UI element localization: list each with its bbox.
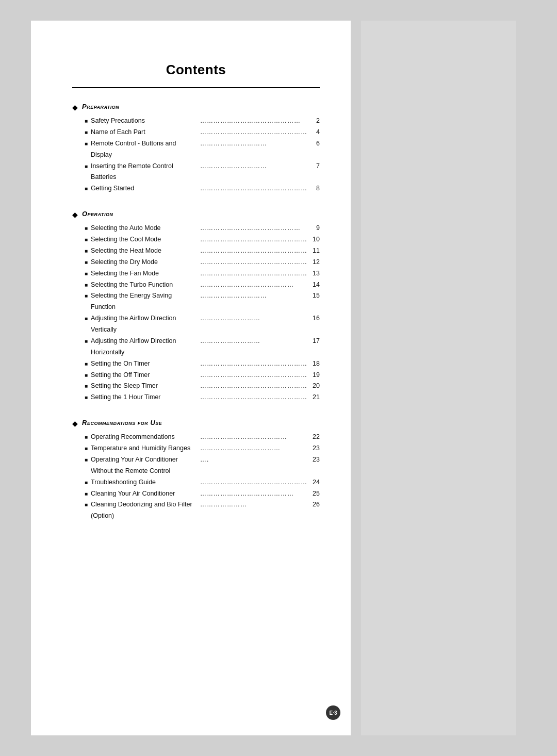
toc-item-text: Selecting the Dry Mode	[91, 257, 198, 268]
toc-item-text: Selecting the Fan Mode	[91, 268, 198, 280]
bullet-icon: ■	[85, 291, 88, 301]
toc-page-number: 26	[309, 499, 320, 511]
toc-dots: ………………………………………………	[200, 358, 307, 369]
toc-container: ◆Preparation■Safety Precautions…………………………	[72, 103, 320, 522]
toc-item-text: Setting the On Timer	[91, 358, 198, 370]
toc-dots: ………………………	[200, 313, 307, 324]
toc-list-preparation: ■Safety Precautions………………………………………2■Name…	[72, 116, 320, 194]
toc-dots: ………………………………	[200, 443, 307, 454]
toc-item: ■Operating Your Air Conditioner Without …	[85, 454, 320, 477]
diamond-icon: ◆	[72, 210, 78, 219]
page-wrapper: Contents ◆Preparation■Safety Precautions…	[0, 0, 557, 756]
section-header-recommendations: ◆Recommendations for Use	[72, 419, 320, 428]
toc-dots: ……………………………………………	[200, 257, 307, 268]
bullet-icon: ■	[85, 500, 88, 510]
bullet-icon: ■	[85, 128, 88, 137]
toc-item: ■Setting the 1 Hour Timer…………………………………………	[85, 392, 320, 403]
toc-page-number: 9	[309, 223, 320, 234]
bullet-icon: ■	[85, 337, 88, 346]
toc-page-number: 25	[309, 488, 320, 500]
toc-dots: ………………………	[200, 336, 307, 347]
toc-page-number: 4	[309, 127, 320, 138]
toc-item: ■Selecting the Heat Mode……………………………………………	[85, 245, 320, 257]
toc-item: ■Selecting the Turbo Function………………………………	[85, 280, 320, 291]
section-header-preparation: ◆Preparation	[72, 103, 320, 111]
toc-item: ■Inserting the Remote Control Batteries……	[85, 161, 320, 184]
toc-page-number: 22	[309, 432, 320, 443]
section-operation: ◆Operation■Selecting the Auto Mode…………………	[72, 210, 320, 403]
bullet-icon: ■	[85, 269, 88, 278]
toc-dots: …………………………………………	[200, 234, 307, 245]
toc-item-text: Inserting the Remote Control Batteries	[91, 161, 198, 184]
toc-item-text: Temperature and Humidity Ranges	[91, 443, 198, 454]
toc-item-text: Selecting the Heat Mode	[91, 245, 198, 257]
toc-item-text: Operating Your Air Conditioner Without t…	[91, 454, 198, 477]
toc-item-text: Name of Each Part	[91, 127, 198, 138]
toc-dots: ……………………………………………	[200, 268, 307, 279]
toc-dots: …………………………………………	[200, 127, 307, 138]
toc-page-number: 2	[309, 116, 320, 127]
toc-page-number: 6	[309, 138, 320, 150]
bullet-icon: ■	[85, 393, 88, 402]
bullet-icon: ■	[85, 314, 88, 323]
toc-item: ■Selecting the Fan Mode………………………………………………	[85, 268, 320, 280]
bullet-icon: ■	[85, 235, 88, 244]
section-title-preparation: Preparation	[82, 103, 119, 110]
section-recommendations: ◆Recommendations for Use■Operating Recom…	[72, 419, 320, 522]
toc-dots: ………………………………………	[200, 223, 307, 234]
section-header-operation: ◆Operation	[72, 210, 320, 219]
toc-dots: …………………………	[200, 161, 307, 172]
toc-item: ■Selecting the Auto Mode………………………………………9	[85, 223, 320, 234]
section-title-recommendations: Recommendations for Use	[82, 419, 162, 426]
toc-dots: …………………	[200, 499, 307, 510]
toc-page-number: 21	[309, 392, 320, 403]
toc-dots: ……………………………………	[200, 488, 307, 499]
toc-page-number: 16	[309, 313, 320, 324]
toc-page-number: 24	[309, 477, 320, 488]
toc-page-number: 18	[309, 358, 320, 370]
right-panel	[361, 21, 516, 735]
toc-item: ■Selecting the Dry Mode………………………………………………	[85, 257, 320, 268]
diamond-icon: ◆	[72, 103, 78, 111]
bullet-icon: ■	[85, 433, 88, 442]
toc-page-number: 7	[309, 161, 320, 172]
toc-page-number: 19	[309, 370, 320, 381]
toc-page-number: 17	[309, 336, 320, 347]
toc-item: ■Name of Each Part…………………………………………4	[85, 127, 320, 138]
toc-item-text: Selecting the Auto Mode	[91, 223, 198, 234]
toc-dots: ……………………………………………	[200, 477, 307, 488]
toc-page-number: 23	[309, 443, 320, 454]
toc-list-recommendations: ■Operating Recommendations…………………………………2…	[72, 432, 320, 522]
bullet-icon: ■	[85, 478, 88, 487]
toc-item: ■Operating Recommendations…………………………………2…	[85, 432, 320, 443]
toc-page-number: 20	[309, 381, 320, 392]
toc-item-text: Selecting the Energy Saving Function	[91, 290, 198, 313]
toc-page-number: 15	[309, 290, 320, 302]
toc-item-text: Safety Precautions	[91, 116, 198, 127]
bullet-icon: ■	[85, 371, 88, 380]
toc-item-text: Troubleshooting Guide	[91, 477, 198, 488]
toc-dots: ………………………………………………	[200, 381, 307, 391]
title-rule	[72, 87, 320, 88]
toc-item-text: Cleaning Your Air Conditioner	[91, 488, 198, 500]
toc-item-text: Adjusting the Airflow Direction Vertical…	[91, 313, 198, 336]
page-number-badge: E·3	[326, 705, 340, 720]
section-preparation: ◆Preparation■Safety Precautions…………………………	[72, 103, 320, 194]
bullet-icon: ■	[85, 281, 88, 290]
bullet-icon: ■	[85, 224, 88, 233]
toc-page-number: 23	[309, 454, 320, 466]
toc-dots: …………………………	[200, 138, 307, 149]
toc-page-number: 10	[309, 234, 320, 245]
toc-dots: …………………………………………	[200, 245, 307, 256]
toc-item-text: Getting Started	[91, 183, 198, 194]
toc-item: ■Safety Precautions………………………………………2	[85, 116, 320, 127]
toc-item: ■Setting the On Timer………………………………………………1…	[85, 358, 320, 370]
bullet-icon: ■	[85, 444, 88, 453]
toc-item: ■Setting the Off Timer…………………………………………………	[85, 370, 320, 381]
toc-page-number: 8	[309, 183, 320, 194]
toc-item: ■Cleaning Deodorizing and Bio Filter (Op…	[85, 499, 320, 522]
bullet-icon: ■	[85, 258, 88, 267]
toc-item: ■Troubleshooting Guide……………………………………………2…	[85, 477, 320, 488]
toc-page-number: 12	[309, 257, 320, 268]
toc-item: ■Getting Started…………………………………………………8	[85, 183, 320, 194]
